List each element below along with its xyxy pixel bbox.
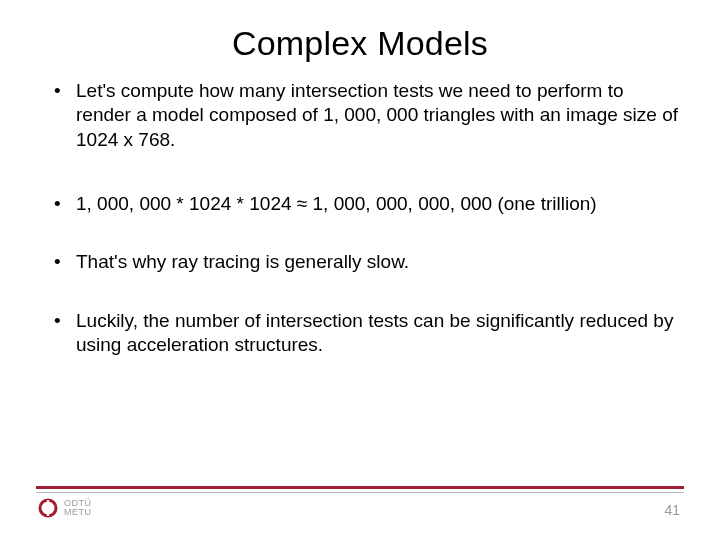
bullet-item: Luckily, the number of intersection test… xyxy=(54,309,682,358)
logo-line-2: METU xyxy=(64,508,92,517)
bullet-item: 1, 000, 000 * 1024 * 1024 ≈ 1, 000, 000,… xyxy=(54,192,682,216)
slide: Complex Models Let's compute how many in… xyxy=(0,0,720,540)
slide-title: Complex Models xyxy=(38,24,682,63)
bullet-item: Let's compute how many intersection test… xyxy=(54,79,682,152)
footer-rule-thick xyxy=(36,486,684,489)
logo-text: ODTÜ METU xyxy=(64,499,92,517)
university-logo: ODTÜ METU xyxy=(38,498,92,518)
bullet-item: That's why ray tracing is generally slow… xyxy=(54,250,682,274)
slide-footer: ODTÜ METU 41 xyxy=(0,486,720,526)
bullet-list: Let's compute how many intersection test… xyxy=(38,79,682,357)
page-number: 41 xyxy=(664,502,680,518)
footer-rule-thin xyxy=(36,492,684,493)
metu-logo-icon xyxy=(38,498,58,518)
svg-rect-1 xyxy=(47,500,49,516)
